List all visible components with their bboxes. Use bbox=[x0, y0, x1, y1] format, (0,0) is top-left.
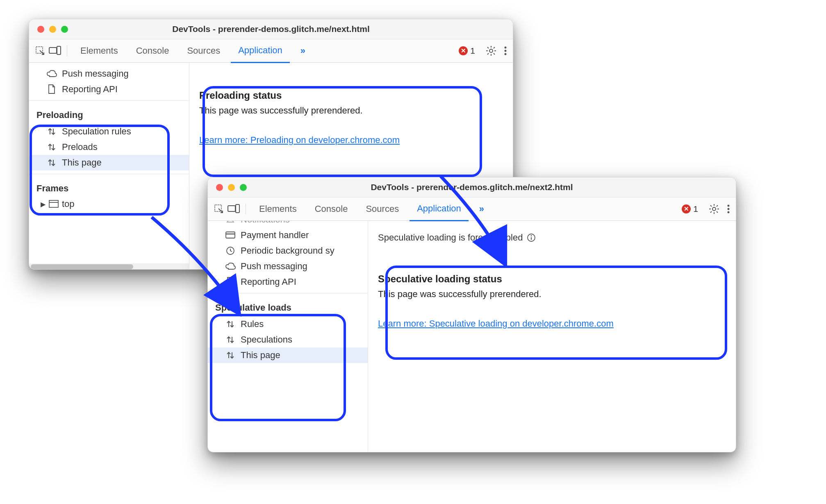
frame-icon bbox=[49, 200, 59, 208]
updown-icon bbox=[46, 157, 57, 168]
sidebar-section-frames: Frames bbox=[29, 177, 189, 197]
devtools-tabbar: Elements Console Sources Application » ✕… bbox=[208, 198, 736, 221]
error-counter[interactable]: ✕ 1 bbox=[459, 46, 475, 56]
sidebar-section-speculative-loads: Speculative loads bbox=[208, 297, 368, 316]
sidebar-item-label: This page bbox=[241, 350, 280, 361]
updown-icon bbox=[225, 334, 236, 345]
frame-label: top bbox=[62, 199, 75, 209]
clock-icon bbox=[225, 245, 236, 256]
device-toolbar-icon[interactable] bbox=[228, 204, 240, 214]
horizontal-scrollbar[interactable] bbox=[29, 263, 189, 270]
svg-point-31 bbox=[728, 211, 730, 213]
svg-point-30 bbox=[728, 208, 730, 210]
sidebar-item-label: Push messaging bbox=[62, 68, 129, 79]
svg-line-28 bbox=[717, 205, 718, 207]
tab-overflow[interactable]: » bbox=[472, 198, 492, 220]
tab-application[interactable]: Application bbox=[410, 197, 469, 221]
tab-console[interactable]: Console bbox=[129, 39, 177, 62]
sidebar-item-reporting-api[interactable]: Reporting API bbox=[208, 274, 368, 290]
sidebar-item-rules[interactable]: Rules bbox=[208, 316, 368, 332]
info-icon[interactable] bbox=[527, 233, 536, 242]
svg-point-12 bbox=[505, 47, 507, 49]
window-close-button[interactable] bbox=[216, 184, 223, 191]
inspect-icon[interactable] bbox=[35, 45, 46, 56]
svg-point-3 bbox=[489, 49, 493, 52]
sidebar-item-notifications[interactable]: Notifications bbox=[208, 221, 368, 227]
svg-rect-15 bbox=[49, 200, 58, 207]
window-zoom-button[interactable] bbox=[61, 26, 68, 33]
svg-line-11 bbox=[494, 47, 495, 48]
error-icon: ✕ bbox=[682, 204, 691, 213]
sidebar-item-label: Notifications bbox=[241, 221, 290, 225]
svg-point-14 bbox=[505, 53, 507, 55]
svg-rect-18 bbox=[228, 206, 235, 211]
document-icon bbox=[225, 277, 236, 287]
triangle-right-icon: ▶ bbox=[41, 200, 46, 208]
tab-sources[interactable]: Sources bbox=[358, 198, 406, 220]
inspect-icon[interactable] bbox=[214, 204, 224, 214]
sidebar-item-label: Push messaging bbox=[241, 261, 307, 272]
sidebar-item-payment-handler[interactable]: Payment handler bbox=[208, 227, 368, 243]
error-count: 1 bbox=[693, 204, 698, 214]
updown-icon bbox=[46, 126, 57, 137]
window-zoom-button[interactable] bbox=[240, 184, 247, 191]
sidebar-item-frame-top[interactable]: ▶ top bbox=[29, 197, 189, 211]
window-minimize-button[interactable] bbox=[228, 184, 235, 191]
sidebar-item-label: Reporting API bbox=[241, 277, 296, 287]
card-icon bbox=[225, 230, 236, 241]
sidebar-item-speculations[interactable]: Speculations bbox=[208, 332, 368, 347]
window-close-button[interactable] bbox=[37, 26, 44, 33]
svg-line-27 bbox=[710, 211, 712, 213]
updown-icon bbox=[46, 142, 57, 152]
sidebar-item-push-messaging[interactable]: Push messaging bbox=[29, 66, 189, 82]
updown-icon bbox=[225, 319, 236, 329]
sidebar-item-preloads[interactable]: Preloads bbox=[29, 139, 189, 155]
svg-line-25 bbox=[710, 205, 712, 207]
cloud-icon bbox=[46, 68, 57, 79]
sidebar-section-preloading: Preloading bbox=[29, 104, 189, 124]
sidebar-item-periodic-sync[interactable]: Periodic background sy bbox=[208, 243, 368, 259]
settings-icon[interactable] bbox=[486, 45, 496, 56]
learn-more-link[interactable]: Learn more: Speculative loading on devel… bbox=[378, 318, 614, 329]
force-enabled-text: Speculative loading is force-enabled bbox=[378, 232, 523, 243]
sidebar-item-label: Rules bbox=[241, 319, 264, 329]
sidebar-item-speculation-rules[interactable]: Speculation rules bbox=[29, 124, 189, 139]
window-titlebar: DevTools - prerender-demos.glitch.me/nex… bbox=[29, 19, 513, 39]
tab-sources[interactable]: Sources bbox=[180, 39, 228, 62]
svg-rect-19 bbox=[236, 204, 239, 213]
svg-line-26 bbox=[717, 211, 718, 213]
tab-elements[interactable]: Elements bbox=[73, 39, 125, 62]
kebab-menu-icon[interactable] bbox=[504, 46, 507, 56]
sidebar-item-label: Payment handler bbox=[241, 230, 309, 241]
svg-point-13 bbox=[505, 50, 507, 52]
cloud-icon bbox=[225, 261, 236, 272]
tab-console[interactable]: Console bbox=[307, 198, 355, 220]
tab-application[interactable]: Application bbox=[231, 39, 290, 63]
sidebar-item-label: Reporting API bbox=[62, 84, 118, 95]
svg-line-8 bbox=[487, 47, 489, 48]
tab-overflow[interactable]: » bbox=[293, 39, 313, 62]
sidebar-item-this-page[interactable]: This page bbox=[29, 155, 189, 170]
panel-heading: Preloading status bbox=[199, 90, 503, 101]
updown-icon bbox=[225, 350, 236, 361]
settings-icon[interactable] bbox=[709, 204, 719, 214]
svg-line-10 bbox=[487, 53, 489, 54]
panel-status-text: This page was successfully prerendered. bbox=[199, 105, 503, 116]
document-icon bbox=[46, 84, 57, 95]
svg-point-20 bbox=[712, 207, 716, 211]
svg-rect-1 bbox=[49, 48, 57, 53]
error-counter[interactable]: ✕ 1 bbox=[682, 204, 698, 214]
window-title: DevTools - prerender-demos.glitch.me/nex… bbox=[208, 182, 736, 192]
sidebar-item-label: Preloads bbox=[62, 142, 98, 152]
sidebar-item-reporting-api[interactable]: Reporting API bbox=[29, 82, 189, 97]
sidebar-item-push-messaging[interactable]: Push messaging bbox=[208, 259, 368, 274]
tab-elements[interactable]: Elements bbox=[252, 198, 304, 220]
window-minimize-button[interactable] bbox=[49, 26, 56, 33]
sidebar-item-label: This page bbox=[62, 157, 102, 168]
sidebar-item-this-page[interactable]: This page bbox=[208, 347, 368, 363]
learn-more-link[interactable]: Learn more: Preloading on developer.chro… bbox=[199, 135, 400, 145]
sidebar-item-label: Speculation rules bbox=[62, 126, 131, 137]
device-toolbar-icon[interactable] bbox=[49, 46, 61, 56]
kebab-menu-icon[interactable] bbox=[727, 204, 730, 214]
svg-point-29 bbox=[728, 205, 730, 207]
